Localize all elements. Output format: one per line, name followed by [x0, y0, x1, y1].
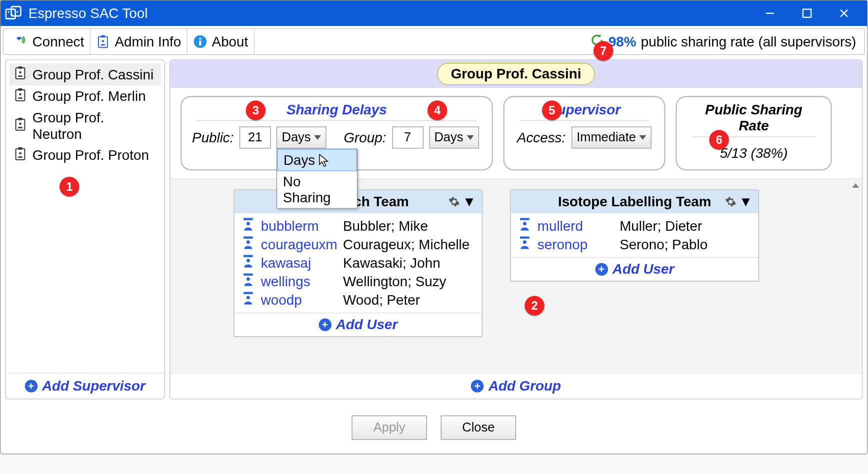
team-isotope: Isotope Labelling Team ▼ mullerdMuller; … — [510, 189, 759, 281]
add-user-button[interactable]: + Add User — [234, 313, 482, 336]
team-settings-button[interactable]: ▼ — [448, 194, 476, 210]
svg-point-15 — [199, 37, 201, 39]
sidebar-item-cassini[interactable]: Group Prof. Cassini — [10, 63, 161, 85]
add-group-label: Add Group — [488, 378, 561, 394]
svg-point-4 — [13, 8, 14, 10]
app-window: 1 2 3 4 5 6 7 Espresso SAC Tool Connect … — [0, 0, 868, 454]
maximize-button[interactable] — [788, 0, 826, 26]
team-member-row[interactable]: wellingsWellington; Suzy — [242, 272, 474, 291]
member-username: bubblerm — [261, 218, 336, 234]
svg-point-25 — [19, 122, 22, 125]
public-delay-label: Public: — [192, 129, 234, 145]
member-fullname: Wellington; Suzy — [343, 273, 446, 289]
team-settings-button[interactable]: ▼ — [725, 194, 752, 210]
svg-point-10 — [17, 37, 22, 39]
info-icon — [194, 34, 208, 48]
dialog-button-bar: Apply Close — [0, 404, 867, 454]
team-member-row[interactable]: bubblermBubbler; Mike — [242, 217, 474, 235]
add-user-label: Add User — [336, 317, 398, 333]
svg-point-38 — [246, 296, 250, 299]
svg-point-32 — [246, 240, 250, 244]
global-sharing-rate: 98% public sharing rate (all supervisors… — [590, 33, 860, 50]
public-delay-unit-dropdown[interactable]: Days — [276, 126, 326, 148]
member-username: wellings — [261, 273, 336, 289]
member-username: mullerd — [538, 218, 612, 234]
plus-icon: + — [24, 380, 37, 392]
group-delay-unit-dropdown[interactable]: Days — [429, 126, 479, 148]
add-group-button[interactable]: + Add Group — [170, 373, 862, 399]
team-research: Research Team ▼ bubblermBubbler; Mike co… — [234, 189, 482, 337]
svg-rect-35 — [244, 273, 253, 276]
dropdown-option-nosharing[interactable]: No Sharing — [277, 171, 357, 208]
sidebar-item-proton[interactable]: Group Prof. Proton — [10, 144, 161, 166]
close-button[interactable]: Close — [441, 416, 516, 440]
svg-point-34 — [246, 259, 250, 262]
clipboard-icon — [14, 88, 26, 105]
clipboard-icon — [14, 66, 26, 83]
team-member-row[interactable]: kawasajKawasaki; John — [242, 254, 474, 272]
connect-button[interactable]: Connect — [8, 29, 90, 54]
apply-button[interactable]: Apply — [352, 416, 426, 440]
svg-point-42 — [523, 240, 526, 244]
team-member-row[interactable]: courageuxmCourageux; Michelle — [242, 235, 474, 254]
add-supervisor-button[interactable]: + Add Supervisor — [6, 373, 164, 399]
sidebar-item-label: Group Prof. Merlin — [32, 88, 146, 104]
admin-info-label: Admin Info — [115, 33, 182, 49]
svg-rect-41 — [520, 236, 530, 239]
svg-point-3 — [11, 14, 12, 15]
annotation-marker-3: 3 — [246, 100, 266, 120]
cursor-icon — [318, 153, 330, 172]
sidebar-item-label: Group Prof. Proton — [32, 147, 149, 163]
connect-icon — [14, 34, 28, 48]
annotation-marker-1: 1 — [60, 177, 79, 196]
member-fullname: Kawasaki; John — [343, 255, 440, 271]
member-username: woodp — [261, 292, 336, 308]
member-fullname: Courageux; Michelle — [343, 236, 470, 252]
group-delay-input[interactable] — [392, 126, 423, 148]
user-icon — [519, 218, 530, 234]
dropdown-option-days[interactable]: Days — [277, 149, 357, 171]
member-username: seronop — [538, 236, 612, 252]
public-delay-unit-popup: Days No Sharing — [276, 148, 358, 208]
public-sharing-rate-title: Public Sharing Rate — [692, 102, 816, 137]
close-window-button[interactable] — [826, 0, 862, 26]
sidebar-item-label: Group Prof. Neutron — [32, 110, 156, 142]
svg-rect-18 — [18, 66, 22, 69]
team-member-row[interactable]: seronopSerono; Pablo — [519, 235, 750, 254]
member-fullname: Muller; Dieter — [620, 218, 702, 234]
annotation-marker-6: 6 — [709, 130, 728, 149]
sidebar-item-label: Group Prof. Cassini — [32, 66, 154, 82]
minimize-button[interactable] — [752, 0, 788, 26]
team-header: Isotope Labelling Team ▼ — [511, 190, 758, 213]
clipboard-icon — [14, 117, 26, 135]
user-icon — [242, 255, 254, 271]
team-member-row[interactable]: mullerdMuller; Dieter — [519, 217, 750, 235]
group-delay-label: Group: — [344, 129, 386, 145]
plus-icon: + — [318, 319, 331, 331]
sidebar-item-merlin[interactable]: Group Prof. Merlin — [10, 85, 161, 107]
public-delay-input[interactable] — [240, 126, 270, 148]
svg-point-13 — [102, 40, 104, 42]
svg-rect-37 — [244, 292, 253, 294]
global-sharing-text: public sharing rate (all supervisors) — [641, 33, 856, 49]
supervisor-sidebar: Group Prof. Cassini Group Prof. Merlin G… — [5, 59, 164, 399]
scroll-up-button[interactable] — [850, 180, 861, 191]
sidebar-item-neutron[interactable]: Group Prof. Neutron — [10, 107, 161, 144]
svg-rect-16 — [199, 40, 201, 45]
team-name: Isotope Labelling Team — [558, 194, 712, 210]
svg-point-28 — [19, 152, 22, 154]
team-header: Research Team ▼ — [234, 190, 482, 213]
titlebar[interactable]: Espresso SAC Tool — [0, 0, 867, 26]
about-button[interactable]: About — [188, 29, 254, 54]
svg-point-19 — [19, 71, 22, 74]
svg-rect-33 — [244, 255, 253, 257]
chevron-up-icon — [852, 183, 859, 188]
supervisor-access-dropdown[interactable]: Immediate — [572, 126, 652, 148]
plus-icon: + — [471, 380, 484, 392]
supervisor-title: Supervisor — [520, 102, 649, 121]
team-member-row[interactable]: woodpWood; Peter — [242, 291, 474, 309]
group-banner: Group Prof. Cassini — [170, 60, 862, 88]
admin-info-button[interactable]: Admin Info — [90, 29, 188, 54]
svg-rect-27 — [18, 147, 22, 150]
add-user-button[interactable]: + Add User — [511, 257, 758, 281]
